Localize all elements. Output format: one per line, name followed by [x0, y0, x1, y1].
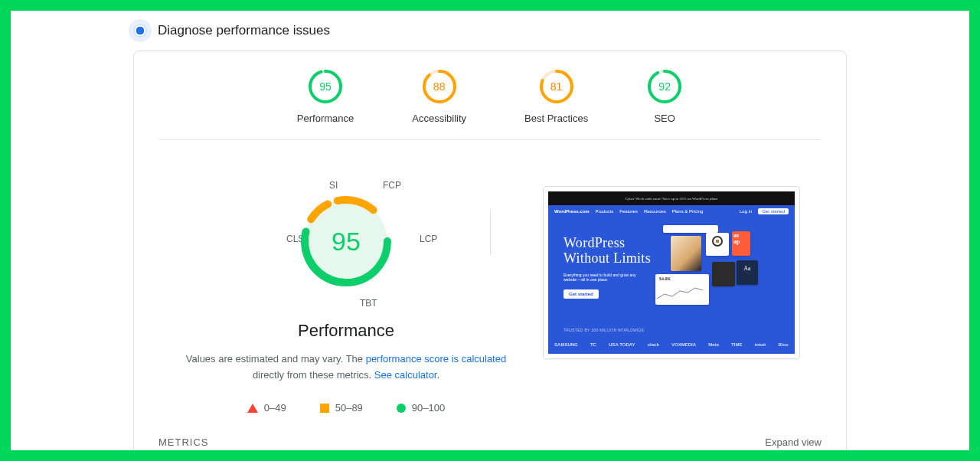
shot-hero: WordPressWithout Limits Everything you n… — [564, 236, 651, 299]
metrics-title: METRICS — [158, 436, 209, 448]
shot-banner: Cyber Week ends soon! Save up to 50% on … — [548, 191, 795, 205]
big-score: 95 — [300, 195, 392, 287]
legend-high: 90–100 — [397, 402, 445, 414]
gauge-seo-label: SEO — [646, 113, 683, 124]
shot-nav1: Products — [596, 209, 614, 214]
shot-nav: WordPress.com Products Features Resource… — [548, 205, 795, 217]
section-heading: Diagnose performance issues — [158, 23, 330, 38]
gauge-seo-score: 92 — [646, 68, 683, 105]
big-gauge: 95 — [300, 195, 392, 287]
big-gauge-wrap: SI FCP LCP TBT CLS — [262, 186, 430, 316]
shot-cta-top: Get started — [758, 208, 789, 214]
shot-cards: asap Aa $4.0K — [663, 225, 786, 317]
category-gauges: 95 Performance 88 Accessibility 81 Best … — [158, 68, 822, 140]
triangle-red-icon — [247, 404, 258, 413]
gauge-performance[interactable]: 95 Performance — [297, 68, 354, 124]
desc-suffix: . — [436, 369, 439, 381]
shot-trust: TRUSTED BY 160 MILLION WORLDWIDE — [564, 328, 644, 332]
desc-prefix: Values are estimated and may vary. The — [186, 353, 366, 365]
gauge-accessibility-donut: 88 — [421, 68, 458, 105]
legend-mid: 50–89 — [320, 402, 363, 414]
gauge-bestpractices-label: Best Practices — [524, 113, 588, 124]
gauge-performance-donut: 95 — [307, 68, 344, 105]
seg-lcp: LCP — [420, 234, 437, 244]
gauge-seo[interactable]: 92 SEO — [646, 68, 683, 124]
expand-view-toggle[interactable]: Expand view — [765, 436, 822, 448]
seg-tbt: TBT — [360, 298, 377, 309]
legend-low: 0–49 — [247, 402, 286, 414]
shot-hero-cta: Get started — [564, 289, 599, 299]
section-heading-row: Diagnose performance issues — [11, 18, 969, 51]
performance-title: Performance — [180, 321, 512, 341]
screenshot-frame: Cyber Week ends soon! Save up to 50% on … — [543, 186, 800, 359]
square-orange-icon — [320, 404, 329, 413]
report-panel: 95 Performance 88 Accessibility 81 Best … — [133, 51, 847, 450]
shot-login: Log in — [740, 209, 752, 214]
gauge-accessibility[interactable]: 88 Accessibility — [412, 68, 466, 124]
gauge-accessibility-label: Accessibility — [412, 113, 466, 124]
radio-selected-icon[interactable] — [133, 24, 147, 38]
shot-nav2: Features — [619, 209, 638, 214]
link-see-calculator[interactable]: See calculator — [374, 369, 437, 381]
gauge-bestpractices[interactable]: 81 Best Practices — [524, 68, 588, 124]
link-score-calc[interactable]: performance score is calculated — [366, 353, 507, 365]
circle-green-icon — [397, 404, 406, 413]
metrics-section-header: METRICS Expand view — [158, 429, 822, 448]
gauge-seo-donut: 92 — [646, 68, 683, 105]
gauge-performance-label: Performance — [297, 113, 354, 124]
screenshot-content: Cyber Week ends soon! Save up to 50% on … — [548, 191, 795, 354]
shot-sub: Everything you need to build and grow an… — [564, 273, 640, 282]
performance-breakdown: SI FCP LCP TBT CLS — [180, 186, 512, 414]
desc-middle: directly from these metrics. — [253, 369, 374, 381]
shot-nav4: Plans & Pricing — [672, 209, 704, 214]
gauge-accessibility-score: 88 — [421, 68, 458, 105]
score-legend: 0–49 50–89 90–100 — [180, 402, 512, 414]
gauge-performance-score: 95 — [307, 68, 344, 105]
shot-logo: WordPress.com — [554, 209, 590, 214]
shot-nav3: Resources — [644, 209, 666, 214]
page-screenshot: Cyber Week ends soon! Save up to 50% on … — [543, 186, 800, 414]
performance-detail: SI FCP LCP TBT CLS — [134, 140, 846, 414]
gauge-bestpractices-donut: 81 — [538, 68, 575, 105]
seg-si: SI — [329, 180, 338, 191]
performance-description: Values are estimated and may vary. The p… — [185, 351, 507, 384]
seg-fcp: FCP — [383, 180, 401, 191]
shot-footer: SAMSUNG TC USA TODAY slack VOXMEDIA Meta… — [548, 335, 795, 354]
gauge-bestpractices-score: 81 — [538, 68, 575, 105]
page-frame: Diagnose performance issues 95 Performan… — [11, 11, 969, 450]
